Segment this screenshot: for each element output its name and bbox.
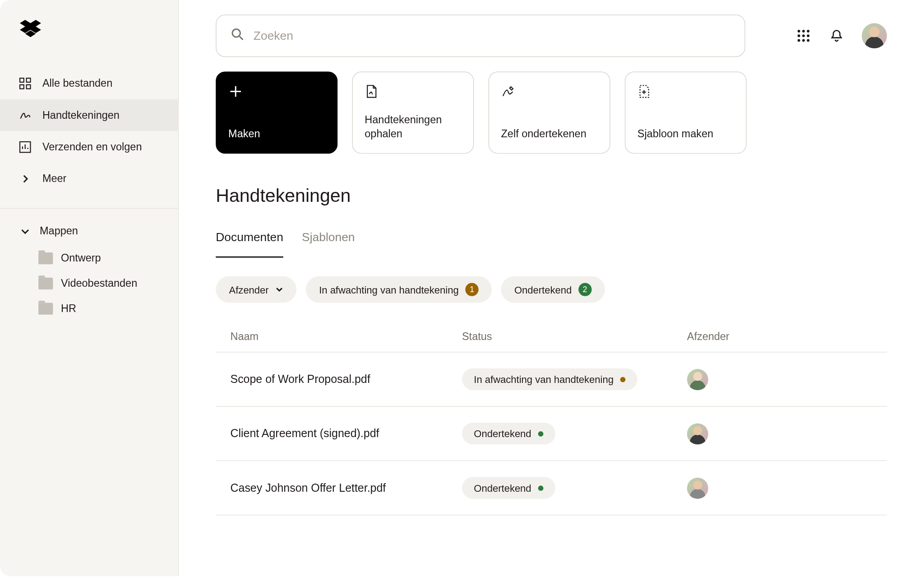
- table-header: Naam Status Afzender: [216, 321, 887, 352]
- get-signatures-card[interactable]: Handtekeningen ophalen: [352, 71, 474, 154]
- create-template-card[interactable]: Sjabloon maken: [625, 71, 747, 154]
- svg-rect-0: [20, 78, 24, 82]
- document-signature-icon: [365, 84, 379, 98]
- sidebar-item-label: Alle bestanden: [42, 78, 112, 89]
- card-label: Handtekeningen ophalen: [365, 112, 461, 141]
- svg-point-8: [807, 30, 809, 33]
- plus-icon: [228, 84, 243, 98]
- sender-avatar: [687, 368, 708, 390]
- chevron-down-icon: [18, 224, 32, 238]
- table-row[interactable]: Client Agreement (signed).pdf Onderteken…: [216, 407, 887, 461]
- chip-label: Afzender: [229, 284, 269, 295]
- signature-icon: [18, 109, 32, 122]
- cell-name: Scope of Work Proposal.pdf: [231, 373, 462, 386]
- card-label: Sjabloon maken: [638, 127, 734, 141]
- status-label: In afwachting van handtekening: [474, 373, 614, 385]
- tab-documents[interactable]: Documenten: [216, 231, 283, 258]
- col-status: Status: [462, 331, 687, 342]
- filter-signed[interactable]: Ondertekend 2: [501, 276, 605, 303]
- svg-point-7: [802, 30, 805, 33]
- col-name: Naam: [231, 331, 462, 342]
- chip-label: In afwachting van handtekening: [319, 284, 459, 295]
- svg-point-10: [802, 34, 805, 37]
- folder-item[interactable]: Videobestanden: [0, 271, 178, 296]
- sidebar-item-more[interactable]: Meer: [0, 163, 178, 195]
- count-badge: 2: [578, 283, 591, 296]
- svg-point-9: [798, 34, 800, 37]
- svg-point-13: [802, 39, 805, 42]
- template-icon: [638, 84, 652, 98]
- pen-icon: [501, 84, 516, 98]
- self-sign-card[interactable]: Zelf ondertekenen: [489, 71, 610, 154]
- svg-rect-1: [27, 78, 31, 82]
- status-label: Ondertekend: [474, 482, 531, 494]
- filter-awaiting[interactable]: In afwachting van handtekening 1: [306, 276, 492, 303]
- sidebar-item-label: Verzenden en volgen: [42, 141, 142, 153]
- filter-bar: Afzender In afwachting van handtekening …: [216, 276, 887, 303]
- filter-sender[interactable]: Afzender: [216, 276, 296, 303]
- svg-point-6: [798, 30, 800, 33]
- cell-name: Casey Johnson Offer Letter.pdf: [231, 481, 462, 494]
- sender-avatar: [687, 477, 708, 499]
- svg-point-5: [232, 29, 240, 37]
- folder-icon: [38, 303, 53, 314]
- table-row[interactable]: Scope of Work Proposal.pdf In afwachting…: [216, 352, 887, 406]
- col-sender: Afzender: [687, 331, 873, 342]
- main-content: Zoeken Maken: [179, 0, 924, 576]
- svg-rect-3: [27, 85, 31, 89]
- status-dot-icon: [538, 485, 543, 491]
- apps-grid-icon[interactable]: [795, 28, 811, 44]
- sidebar-item-label: Meer: [42, 173, 66, 185]
- svg-point-11: [807, 34, 809, 37]
- svg-point-12: [798, 39, 800, 42]
- chip-label: Ondertekend: [514, 284, 572, 295]
- folder-icon: [38, 252, 53, 264]
- count-badge: 1: [465, 283, 478, 296]
- action-cards: Maken Handtekeningen ophalen Zelf ondert…: [216, 71, 887, 154]
- folder-item[interactable]: Ontwerp: [0, 246, 178, 271]
- search-placeholder: Zoeken: [254, 29, 293, 43]
- status-label: Ondertekend: [474, 428, 531, 439]
- card-label: Maken: [228, 127, 325, 141]
- grid-icon: [18, 77, 32, 90]
- user-avatar[interactable]: [862, 23, 887, 48]
- chevron-down-icon: [275, 284, 283, 295]
- status-dot-icon: [538, 431, 543, 436]
- chart-icon: [18, 140, 32, 154]
- cell-status: In afwachting van handtekening: [462, 368, 687, 390]
- tab-templates[interactable]: Sjablonen: [302, 231, 355, 258]
- folder-label: Ontwerp: [61, 252, 101, 264]
- create-card[interactable]: Maken: [216, 71, 337, 154]
- sidebar-item-send-track[interactable]: Verzenden en volgen: [0, 131, 178, 163]
- cell-sender: [687, 368, 873, 390]
- topbar: Zoeken: [216, 14, 887, 57]
- folders-toggle[interactable]: Mappen: [0, 217, 178, 246]
- table-row[interactable]: Casey Johnson Offer Letter.pdf Onderteke…: [216, 461, 887, 515]
- folder-item[interactable]: HR: [0, 296, 178, 322]
- svg-point-14: [807, 39, 809, 42]
- notifications-icon[interactable]: [829, 28, 845, 44]
- cell-sender: [687, 477, 873, 499]
- tabs: Documenten Sjablonen: [216, 231, 887, 258]
- divider: [0, 208, 178, 209]
- cell-status: Ondertekend: [462, 477, 687, 499]
- dropbox-logo[interactable]: [18, 19, 178, 42]
- folders-header-label: Mappen: [40, 225, 78, 237]
- sidebar: Alle bestanden Handtekeningen Verzenden …: [0, 0, 179, 576]
- folder-icon: [38, 278, 53, 289]
- sidebar-item-label: Handtekeningen: [42, 109, 120, 121]
- cell-name: Client Agreement (signed).pdf: [231, 427, 462, 440]
- cell-sender: [687, 423, 873, 444]
- sender-avatar: [687, 423, 708, 444]
- cell-status: Ondertekend: [462, 423, 687, 444]
- svg-rect-2: [20, 85, 24, 89]
- folder-label: HR: [61, 303, 76, 314]
- status-dot-icon: [620, 377, 626, 382]
- folder-label: Videobestanden: [61, 278, 137, 289]
- sidebar-item-all-files[interactable]: Alle bestanden: [0, 68, 178, 99]
- chevron-right-icon: [18, 172, 32, 185]
- sidebar-item-signatures[interactable]: Handtekeningen: [0, 99, 178, 131]
- search-input[interactable]: Zoeken: [216, 14, 745, 57]
- search-icon: [231, 28, 244, 44]
- page-title: Handtekeningen: [216, 186, 887, 207]
